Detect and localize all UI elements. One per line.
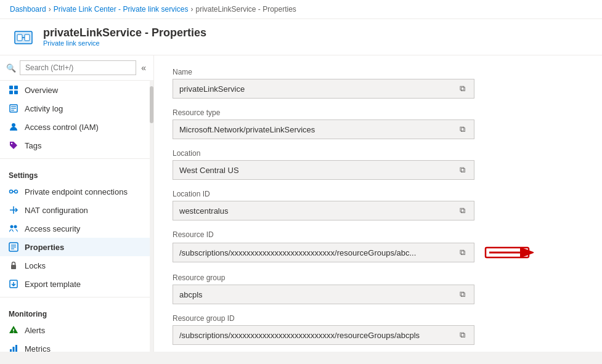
svg-point-17	[10, 190, 13, 193]
property-resource-type: Resource type Microsoft.Network/privateL…	[173, 108, 584, 139]
sidebar-item-overview-label: Overview	[25, 86, 58, 95]
resource-id-value: /subscriptions/xxxxxxxxxxxxxxxxxxxxxxxxx…	[179, 248, 457, 257]
collapse-button[interactable]: «	[140, 62, 147, 74]
resource-type-value-box: Microsoft.Network/privateLinkServices ⧉	[173, 119, 474, 139]
resource-type-label: Resource type	[173, 108, 584, 117]
sidebar-item-locks[interactable]: Locks	[0, 256, 153, 275]
resource-group-label: Resource group	[173, 273, 584, 282]
main-layout: 🔍 « Overview	[0, 55, 602, 352]
resource-group-id-copy-button[interactable]: ⧉	[457, 329, 468, 341]
tags-icon	[9, 140, 18, 150]
resource-type-copy-button[interactable]: ⧉	[457, 123, 468, 135]
resource-id-label: Resource ID	[173, 230, 584, 239]
svg-point-18	[15, 190, 18, 193]
private-endpoint-icon	[9, 187, 18, 196]
search-icon: 🔍	[6, 63, 16, 73]
sidebar-item-metrics-label: Metrics	[25, 344, 51, 352]
property-location: Location West Central US ⧉	[173, 149, 584, 180]
export-icon	[9, 279, 18, 289]
sidebar-item-activity-log[interactable]: Activity log	[0, 99, 153, 118]
resource-group-id-label: Resource group ID	[173, 314, 584, 323]
page-subtitle: Private link service	[43, 39, 206, 47]
sidebar-item-alerts-label: Alerts	[25, 326, 45, 335]
access-control-icon	[9, 122, 18, 132]
sidebar-item-tags[interactable]: Tags	[0, 136, 153, 155]
property-resource-group: Resource group abcpls ⧉	[173, 273, 584, 304]
name-copy-button[interactable]: ⧉	[457, 83, 468, 95]
breadcrumb-dashboard[interactable]: Dashboard	[10, 5, 46, 14]
location-id-copy-button[interactable]: ⧉	[457, 204, 468, 217]
breadcrumb-current: privateLinkService - Properties	[195, 5, 296, 14]
resource-group-id-value: /subscriptions/xxxxxxxxxxxxxxxxxxxxxxxxx…	[179, 331, 457, 340]
sidebar-item-locks-label: Locks	[25, 261, 46, 270]
breadcrumb: Dashboard › Private Link Center - Privat…	[0, 0, 602, 19]
resource-id-value-box: /subscriptions/xxxxxxxxxxxxxxxxxxxxxxxxx…	[173, 243, 474, 262]
property-location-id: Location ID westcentralus ⧉	[173, 190, 584, 220]
location-id-label: Location ID	[173, 190, 584, 198]
resource-group-value: abcpls	[179, 290, 457, 299]
sidebar-item-tags-label: Tags	[25, 141, 41, 150]
svg-rect-32	[15, 345, 17, 352]
svg-rect-7	[9, 86, 13, 89]
svg-rect-9	[9, 91, 13, 94]
svg-rect-8	[14, 86, 18, 89]
location-id-value: westcentralus	[179, 206, 457, 216]
content-area: Name privateLinkService ⧉ Resource type …	[154, 55, 602, 352]
scrollbar-thumb	[150, 86, 153, 123]
property-name: Name privateLinkService ⧉	[173, 68, 584, 99]
sidebar-item-overview[interactable]: Overview	[0, 81, 153, 99]
page-header-text: privateLinkService - Properties Private …	[43, 26, 206, 47]
monitoring-divider	[0, 297, 153, 297]
sidebar-scrollbar	[150, 80, 153, 352]
svg-point-29	[13, 332, 14, 333]
svg-point-20	[10, 225, 14, 229]
property-resource-id: Resource ID /subscriptions/xxxxxxxxxxxxx…	[173, 230, 584, 264]
sidebar-item-export[interactable]: Export template	[0, 275, 153, 293]
name-value-box: privateLinkService ⧉	[173, 79, 474, 99]
resource-id-row: /subscriptions/xxxxxxxxxxxxxxxxxxxxxxxxx…	[173, 241, 584, 264]
search-input[interactable]	[20, 60, 136, 75]
alerts-icon	[9, 325, 18, 335]
svg-rect-10	[14, 91, 18, 94]
sidebar-item-nat[interactable]: NAT configuration	[0, 201, 153, 219]
svg-rect-31	[13, 347, 15, 352]
properties-icon	[9, 242, 18, 252]
nat-icon	[9, 205, 18, 215]
page-header: privateLinkService - Properties Private …	[0, 19, 602, 55]
page-icon	[12, 26, 35, 49]
sidebar-item-properties[interactable]: Properties	[0, 238, 153, 256]
red-arrow-indicator	[484, 241, 534, 264]
resource-group-id-value-box: /subscriptions/xxxxxxxxxxxxxxxxxxxxxxxxx…	[173, 325, 474, 345]
sidebar-item-metrics[interactable]: Metrics	[0, 339, 153, 352]
sidebar-item-access-security-label: Access security	[25, 224, 80, 233]
sidebar-item-properties-label: Properties	[25, 243, 64, 252]
sidebar-item-nat-label: NAT configuration	[25, 206, 88, 215]
locks-icon	[9, 261, 18, 270]
sidebar-item-private-endpoint[interactable]: Private endpoint connections	[0, 182, 153, 201]
location-label: Location	[173, 149, 584, 158]
sidebar-item-access-security[interactable]: Access security	[0, 219, 153, 238]
access-security-icon	[9, 224, 18, 233]
activity-log-icon	[9, 103, 18, 113]
sidebar-item-alerts[interactable]: Alerts	[0, 321, 153, 339]
svg-rect-26	[11, 265, 16, 269]
sidebar-search-container: 🔍 «	[0, 55, 153, 81]
svg-rect-5	[17, 34, 22, 41]
breadcrumb-sep-1: ›	[49, 5, 51, 14]
resource-id-copy-button[interactable]: ⧉	[457, 246, 468, 259]
location-value-box: West Central US ⧉	[173, 160, 474, 180]
page-title: privateLinkService - Properties	[43, 26, 206, 39]
svg-point-16	[11, 143, 12, 144]
settings-divider	[0, 158, 153, 159]
name-label: Name	[173, 68, 584, 76]
sidebar: 🔍 « Overview	[0, 55, 154, 352]
name-value: privateLinkService	[179, 84, 457, 94]
svg-point-15	[12, 123, 15, 127]
resource-group-value-box: abcpls ⧉	[173, 285, 474, 304]
breadcrumb-private-link[interactable]: Private Link Center - Private link servi…	[54, 5, 189, 14]
sidebar-item-private-endpoint-label: Private endpoint connections	[25, 187, 128, 196]
location-copy-button[interactable]: ⧉	[457, 164, 468, 176]
sidebar-item-access-control[interactable]: Access control (IAM)	[0, 118, 153, 136]
resource-group-copy-button[interactable]: ⧉	[457, 288, 468, 301]
settings-section-title: Settings	[0, 163, 153, 182]
